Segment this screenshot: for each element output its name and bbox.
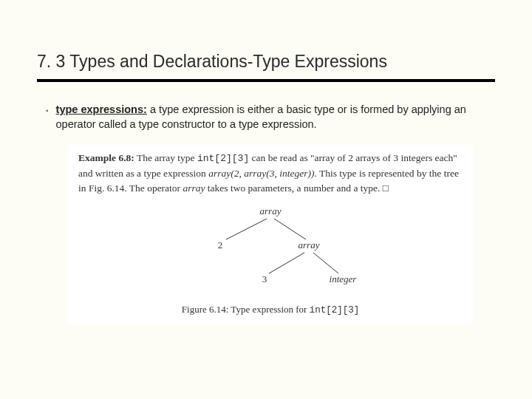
tree-root: array: [260, 205, 282, 216]
bullet-item: ▪ type expressions: a type expression is…: [37, 103, 495, 132]
example-paragraph: Example 6.8: The array type int[2][3] ca…: [78, 151, 463, 195]
bullet-term: type expressions:: [56, 103, 147, 115]
slide: 7. 3 Types and Declarations-Type Express…: [0, 0, 532, 324]
example-box: Example 6.8: The array type int[2][3] ca…: [68, 145, 473, 324]
figcap-code: int[2][3]: [310, 305, 360, 316]
tree-svg: array 2 array 3 integer: [174, 202, 366, 299]
tree-edge: [274, 219, 306, 239]
tree-right2: integer: [330, 273, 358, 284]
tree-diagram: array 2 array 3 integer: [78, 202, 463, 299]
tree-edge: [226, 219, 267, 239]
example-op: array: [183, 183, 205, 194]
example-label: Example 6.8:: [78, 152, 134, 163]
tree-right1: array: [299, 239, 320, 250]
example-expr: array(2, array(3, integer)): [208, 168, 314, 179]
title-underline: [37, 79, 495, 82]
tree-edge: [313, 253, 338, 273]
example-text-1a: The array type: [134, 152, 197, 163]
bullet-text: type expressions: a type expression is e…: [56, 103, 488, 132]
figcap-pre: Figure 6.14: Type expression for: [182, 304, 310, 315]
example-code-1: int[2][3]: [197, 153, 249, 164]
slide-title: 7. 3 Types and Declarations-Type Express…: [37, 52, 495, 78]
tree-edge: [269, 253, 304, 273]
tree-left1: 2: [218, 239, 223, 250]
example-text-1d: takes two parameters, a number and a typ…: [205, 183, 388, 194]
tree-left2: 3: [262, 273, 267, 284]
figure-caption: Figure 6.14: Type expression for int[2][…: [78, 303, 463, 317]
bullet-marker: ▪: [46, 103, 49, 119]
